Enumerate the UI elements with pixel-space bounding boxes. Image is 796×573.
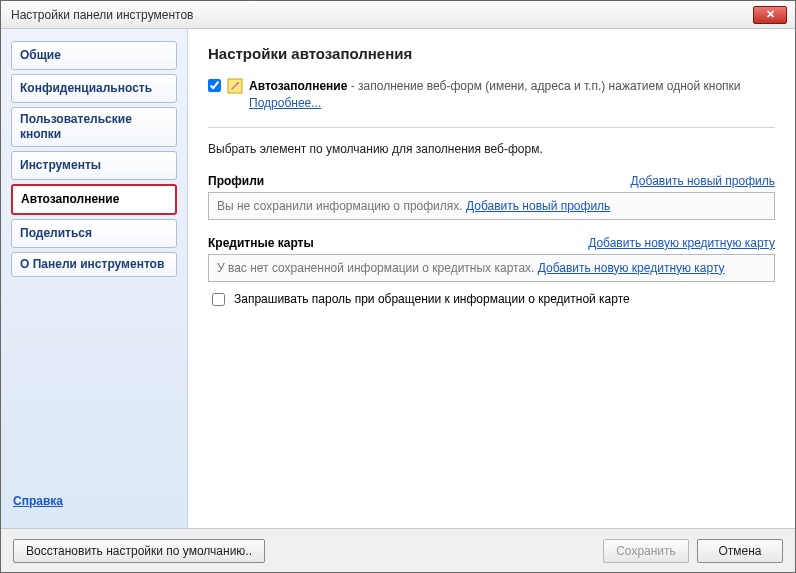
sidebar-tabs: Общие Конфиденциальность Пользовательски… — [11, 41, 177, 277]
profiles-empty-text: Вы не сохранили информацию о профилях. — [217, 199, 466, 213]
autofill-description: Автозаполнение - заполнение веб-форм (им… — [249, 78, 775, 113]
sidebar-item-privacy[interactable]: Конфиденциальность — [11, 74, 177, 103]
sidebar-item-general[interactable]: Общие — [11, 41, 177, 70]
footer-bar: Восстановить настройки по умолчанию.. Со… — [1, 528, 795, 572]
window-body: Общие Конфиденциальность Пользовательски… — [1, 29, 795, 528]
cards-label: Кредитные карты — [208, 236, 314, 250]
help-link[interactable]: Справка — [11, 492, 177, 518]
instruction-text: Выбрать элемент по умолчанию для заполне… — [208, 142, 775, 156]
autofill-feature-row: Автозаполнение - заполнение веб-форм (им… — [208, 78, 775, 128]
sidebar-item-label: Пользовательские кнопки — [20, 112, 132, 141]
content-pane: Настройки автозаполнения Автозаполнение … — [188, 29, 795, 528]
profiles-empty-link[interactable]: Добавить новый профиль — [466, 199, 610, 213]
window-title: Настройки панели инструментов — [11, 8, 193, 22]
sidebar-item-label: Общие — [20, 48, 61, 62]
sidebar-item-label: Конфиденциальность — [20, 81, 152, 95]
sidebar-item-label: Автозаполнение — [21, 192, 119, 206]
add-card-link[interactable]: Добавить новую кредитную карту — [588, 236, 775, 250]
sidebar-item-autofill[interactable]: Автозаполнение — [11, 184, 177, 215]
sidebar-item-label: Инструменты — [20, 158, 101, 172]
restore-defaults-button[interactable]: Восстановить настройки по умолчанию.. — [13, 539, 265, 563]
sidebar-item-label: О Панели инструментов — [20, 257, 164, 271]
add-profile-link[interactable]: Добавить новый профиль — [631, 174, 775, 188]
request-password-label: Запрашивать пароль при обращении к инфор… — [234, 292, 630, 306]
close-icon: ✕ — [766, 9, 775, 20]
cards-box: У вас нет сохраненной информации о креди… — [208, 254, 775, 282]
titlebar: Настройки панели инструментов ✕ — [1, 1, 795, 29]
profiles-label: Профили — [208, 174, 264, 188]
cards-header: Кредитные карты Добавить новую кредитную… — [208, 236, 775, 250]
pencil-icon — [227, 78, 243, 94]
cards-empty-link[interactable]: Добавить новую кредитную карту — [538, 261, 725, 275]
sidebar: Общие Конфиденциальность Пользовательски… — [1, 29, 188, 528]
sidebar-item-share[interactable]: Поделиться — [11, 219, 177, 248]
cancel-button[interactable]: Отмена — [697, 539, 783, 563]
settings-window: Настройки панели инструментов ✕ Общие Ко… — [0, 0, 796, 573]
feature-desc: - заполнение веб-форм (имени, адреса и т… — [347, 79, 740, 93]
sidebar-item-about[interactable]: О Панели инструментов — [11, 252, 177, 277]
save-button[interactable]: Сохранить — [603, 539, 689, 563]
sidebar-item-custom-buttons[interactable]: Пользовательские кнопки — [11, 107, 177, 147]
sidebar-item-tools[interactable]: Инструменты — [11, 151, 177, 180]
cards-empty-text: У вас нет сохраненной информации о креди… — [217, 261, 538, 275]
sidebar-item-label: Поделиться — [20, 226, 92, 240]
autofill-checkbox[interactable] — [208, 79, 221, 92]
page-title: Настройки автозаполнения — [208, 45, 775, 62]
profiles-header: Профили Добавить новый профиль — [208, 174, 775, 188]
request-password-row: Запрашивать пароль при обращении к инфор… — [208, 290, 775, 309]
feature-name: Автозаполнение — [249, 79, 347, 93]
profiles-box: Вы не сохранили информацию о профилях. Д… — [208, 192, 775, 220]
request-password-checkbox[interactable] — [212, 293, 225, 306]
more-link[interactable]: Подробнее... — [249, 96, 321, 110]
close-button[interactable]: ✕ — [753, 6, 787, 24]
